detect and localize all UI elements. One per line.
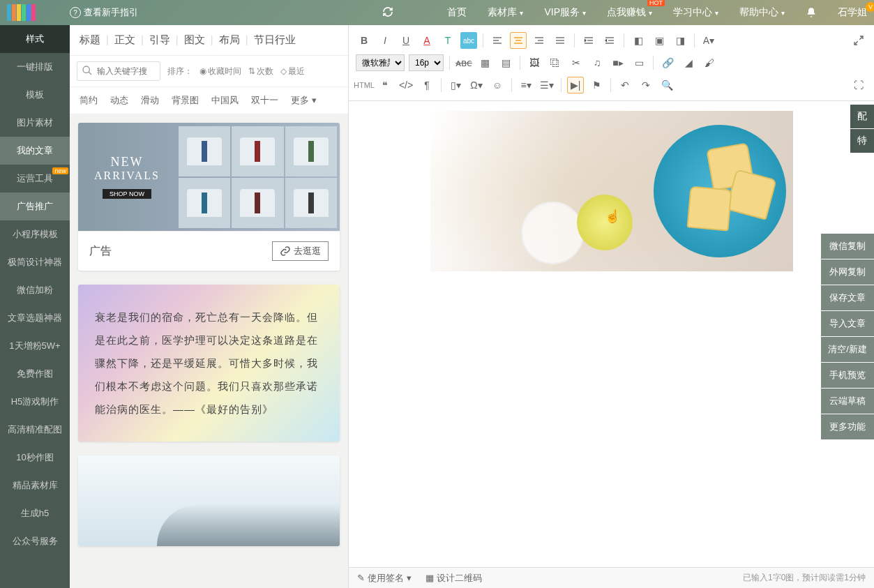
tab-3[interactable]: 图文	[184, 33, 205, 47]
action-1[interactable]: 外网复制	[821, 259, 874, 285]
signature-button[interactable]: ✎ 使用签名 ▾	[357, 572, 412, 585]
right-tab-1[interactable]: 配	[850, 105, 874, 128]
redo-button[interactable]: ↷	[638, 77, 654, 93]
nav-vip[interactable]: VIP服务	[544, 6, 586, 19]
sidebar-item-1[interactable]: 一键排版	[0, 53, 70, 81]
quote-button[interactable]: ❝	[377, 77, 393, 93]
sidebar-item-12[interactable]: 免费作图	[0, 360, 70, 388]
sidebar-item-8[interactable]: 极简设计神器	[0, 248, 70, 276]
sidebar-item-18[interactable]: 公众号服务	[0, 527, 70, 555]
filter-4[interactable]: 中国风	[211, 94, 239, 107]
user-name[interactable]: 石学姐V	[838, 6, 867, 19]
refresh-icon[interactable]	[382, 6, 393, 20]
emoji-button[interactable]: ☺	[489, 77, 506, 93]
sidebar-item-9[interactable]: 微信加粉	[0, 276, 70, 304]
grid-button[interactable]: ▤	[497, 54, 514, 71]
float-right-button[interactable]: ◨	[672, 32, 688, 49]
align-center-button[interactable]	[510, 32, 527, 49]
strikethrough-button[interactable]: ᴀʙᴄ	[455, 54, 472, 71]
tab-4[interactable]: 布局	[219, 33, 240, 47]
nav-earn[interactable]: 点我赚钱HOT	[607, 6, 652, 19]
action-5[interactable]: 手机预览	[821, 363, 874, 388]
indent-right-button[interactable]	[601, 32, 618, 49]
tab-1[interactable]: 正文	[114, 33, 135, 47]
audio-button[interactable]: ♫	[589, 54, 605, 71]
bold-button[interactable]: B	[356, 32, 372, 49]
sort-count[interactable]: ⇅ 次数	[248, 66, 273, 77]
action-6[interactable]: 云端草稿	[821, 389, 874, 414]
code-button[interactable]: </>	[398, 77, 414, 93]
tab-2[interactable]: 引导	[149, 33, 170, 47]
sidebar-item-5[interactable]: 运营工具new	[0, 165, 70, 193]
flag-button[interactable]: ⚑	[588, 77, 605, 93]
italic-button[interactable]: I	[377, 32, 393, 49]
html-button[interactable]: HTML	[356, 77, 372, 93]
paragraph-button[interactable]: ¶	[419, 77, 435, 93]
sidebar-item-11[interactable]: 1天增粉5W+	[0, 332, 70, 360]
sidebar-item-0[interactable]: 样式	[0, 25, 70, 53]
highlight-button[interactable]: abc	[460, 32, 477, 49]
sidebar-item-17[interactable]: 生成h5	[0, 499, 70, 527]
nav-help[interactable]: 帮助中心	[739, 6, 785, 19]
sidebar-item-3[interactable]: 图片素材	[0, 109, 70, 137]
line-height-button[interactable]: ≡▾	[518, 77, 534, 93]
omega-button[interactable]: Ω▾	[468, 77, 485, 93]
sidebar-item-6[interactable]: 广告推广	[0, 193, 70, 220]
font-size-select[interactable]: 16px	[409, 54, 444, 71]
sidebar-item-2[interactable]: 模板	[0, 81, 70, 109]
sidebar-item-4[interactable]: 我的文章	[0, 137, 70, 165]
float-none-button[interactable]: ▣	[651, 32, 668, 49]
action-0[interactable]: 微信复制	[821, 234, 874, 259]
action-3[interactable]: 导入文章	[821, 311, 874, 336]
nav-home[interactable]: 首页	[447, 6, 467, 19]
template-card-bridge[interactable]	[78, 455, 340, 546]
filter-1[interactable]: 动态	[110, 94, 128, 107]
search-input[interactable]	[97, 66, 158, 76]
expand-icon[interactable]	[850, 32, 867, 49]
tab-5[interactable]: 节日行业	[254, 33, 296, 47]
filter-6[interactable]: 更多 ▾	[291, 94, 317, 107]
bg-color-button[interactable]: T	[439, 32, 456, 49]
search-box[interactable]	[77, 61, 160, 81]
sidebar-item-14[interactable]: 高清精准配图	[0, 416, 70, 444]
sidebar-item-7[interactable]: 小程序模板	[0, 220, 70, 248]
logo[interactable]	[7, 2, 63, 23]
sidebar-item-10[interactable]: 文章选题神器	[0, 304, 70, 332]
align-left-button[interactable]	[489, 32, 506, 49]
video-button[interactable]: ■▸	[610, 54, 626, 71]
align-justify-button[interactable]	[552, 32, 568, 49]
font-color-button[interactable]: A	[419, 32, 435, 49]
page-button[interactable]: ▯▾	[447, 77, 464, 93]
image-button[interactable]: 🖼	[526, 54, 543, 71]
template-card-quote[interactable]: 衰老是我们的宿命，死亡总有一天会降临。但是在此之前，医学护理可以决定这条道路是在…	[78, 285, 340, 442]
filter-2[interactable]: 滑动	[141, 94, 159, 107]
filter-0[interactable]: 简约	[80, 94, 98, 107]
nav-materials[interactable]: 素材库	[488, 6, 523, 19]
action-7[interactable]: 更多功能	[821, 414, 874, 439]
sidebar-item-15[interactable]: 10秒作图	[0, 444, 70, 472]
sort-time[interactable]: ◉ 收藏时间	[199, 66, 241, 77]
fullscreen-button[interactable]: ⛶	[850, 77, 867, 93]
search-editor-button[interactable]: 🔍	[658, 77, 675, 93]
multi-image-button[interactable]: ⿻	[547, 54, 564, 71]
bell-icon[interactable]	[806, 7, 817, 18]
action-2[interactable]: 保存文章	[821, 285, 874, 310]
template-list[interactable]: NEW ARRIVALS SHOP NOW 广告 去逛逛 衰老是我们的宿命，死亡…	[70, 114, 348, 588]
text-color-dropdown[interactable]: A▾	[700, 32, 717, 49]
qrcode-button[interactable]: ▦ 设计二维码	[425, 572, 482, 585]
content-image[interactable]: ☝	[430, 111, 793, 271]
template-card-ad[interactable]: NEW ARRIVALS SHOP NOW 广告 去逛逛	[78, 123, 340, 271]
crop-button[interactable]: ✂	[568, 54, 585, 71]
filter-5[interactable]: 双十一	[251, 94, 278, 107]
editor-canvas[interactable]: ☝	[349, 101, 874, 567]
tab-0[interactable]: 标题	[80, 33, 100, 47]
indent-left-button[interactable]	[580, 32, 597, 49]
table-button[interactable]: ▦	[476, 54, 493, 71]
bookmark-button[interactable]: ▶|	[567, 77, 584, 93]
action-4[interactable]: 清空/新建	[821, 337, 874, 362]
align-right-button[interactable]	[531, 32, 548, 49]
brush-button[interactable]: 🖌	[701, 54, 718, 71]
eraser-button[interactable]: ◢	[680, 54, 697, 71]
sidebar-item-13[interactable]: H5游戏制作	[0, 388, 70, 416]
nav-learn[interactable]: 学习中心	[673, 6, 718, 19]
